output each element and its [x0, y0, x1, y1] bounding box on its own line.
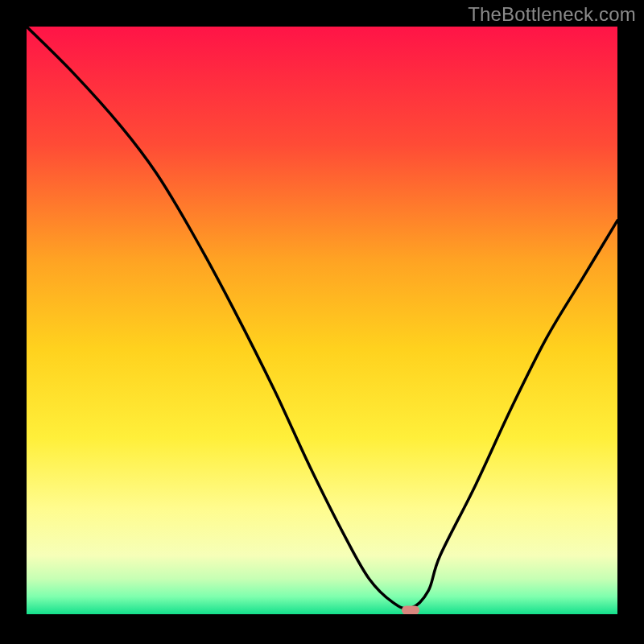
optimal-marker: [402, 606, 419, 615]
chart-frame: TheBottleneck.com: [0, 0, 644, 644]
watermark-text: TheBottleneck.com: [468, 3, 636, 26]
plot-area: [27, 27, 617, 614]
bottleneck-curve: [27, 27, 617, 614]
